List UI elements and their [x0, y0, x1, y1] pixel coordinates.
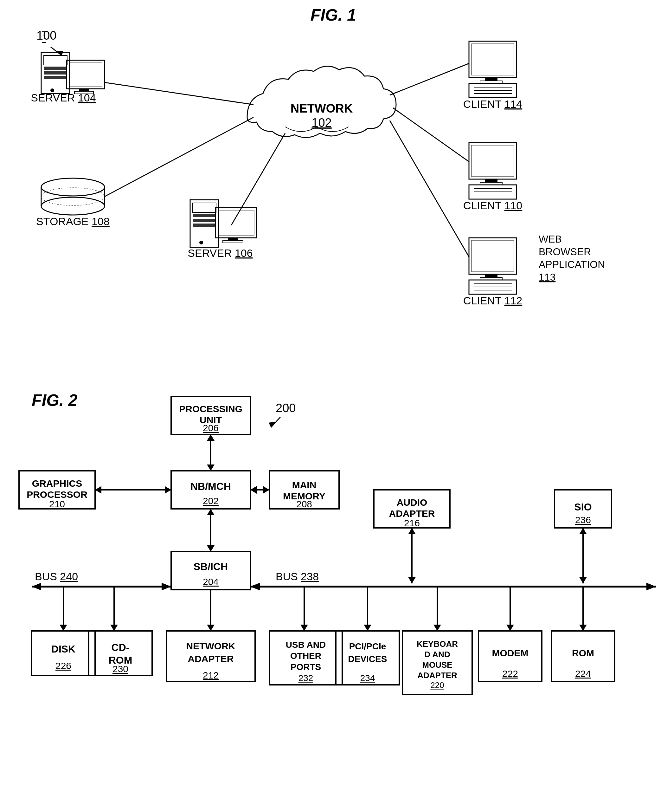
svg-marker-70 — [263, 486, 269, 494]
cd-rom-label: CD- — [111, 642, 129, 653]
pci-devices-label: PCI/PCIe — [349, 641, 386, 651]
svg-rect-9 — [66, 60, 105, 89]
svg-marker-93 — [60, 625, 67, 631]
network-ref: 102 — [312, 116, 332, 129]
svg-text:‾: ‾ — [41, 30, 46, 44]
svg-rect-7 — [44, 76, 67, 79]
storage108-label: STORAGE 108 — [36, 215, 110, 227]
server106: SERVER 106 — [187, 200, 257, 259]
svg-rect-26 — [228, 238, 238, 240]
modem-label: MODEM — [492, 648, 529, 658]
svg-point-14 — [41, 197, 105, 215]
svg-rect-6 — [44, 72, 67, 75]
storage108: STORAGE 108 — [36, 178, 110, 227]
main-memory-label: MAIN — [292, 480, 317, 490]
svg-rect-30 — [485, 78, 498, 81]
svg-rect-11 — [79, 89, 89, 92]
web-browser-label: WEB — [539, 233, 562, 245]
fig1-title: FIG. 1 — [310, 6, 356, 24]
svg-point-17 — [41, 188, 105, 205]
client112: CLIENT 112 WEB BROWSER APPLICATION 113 — [463, 233, 605, 306]
sio-label: SIO — [574, 501, 592, 513]
server104: SERVER 104 — [31, 52, 105, 104]
svg-marker-83 — [579, 577, 587, 583]
svg-rect-19 — [192, 203, 216, 213]
server104-label: SERVER 104 — [31, 92, 96, 104]
cd-rom-ref: 230 — [113, 664, 128, 674]
svg-marker-77 — [207, 545, 214, 552]
svg-marker-66 — [207, 464, 214, 471]
svg-point-13 — [41, 178, 105, 196]
svg-marker-74 — [165, 486, 171, 494]
main-memory-ref: 208 — [296, 499, 312, 509]
svg-marker-91 — [162, 583, 171, 591]
network102: NETWORK 102 — [247, 66, 396, 138]
audio-adapter-ref: 216 — [404, 518, 420, 528]
rom-label: ROM — [572, 648, 594, 658]
ref100-label: 100 — [37, 29, 56, 42]
client114-label: CLIENT 114 — [463, 98, 522, 110]
svg-line-58 — [390, 63, 469, 95]
svg-line-55 — [105, 82, 254, 105]
svg-marker-113 — [506, 625, 514, 631]
svg-marker-69 — [251, 486, 257, 494]
network-adapter-ref: 212 — [203, 670, 219, 681]
svg-rect-4 — [44, 55, 67, 65]
svg-marker-86 — [251, 583, 260, 591]
processing-unit-ref: 206 — [203, 423, 219, 433]
svg-text:PROCESSOR: PROCESSOR — [27, 489, 88, 500]
svg-marker-80 — [408, 577, 416, 583]
svg-rect-10 — [69, 63, 102, 86]
svg-marker-65 — [207, 434, 214, 441]
svg-marker-87 — [646, 583, 656, 591]
svg-text:ADAPTER: ADAPTER — [187, 654, 234, 664]
client112-label: CLIENT 112 — [463, 295, 522, 306]
graphics-processor-label: GRAPHICS — [32, 478, 82, 489]
sb-ich-ref: 204 — [203, 576, 219, 587]
svg-marker-115 — [579, 625, 587, 631]
svg-rect-5 — [44, 67, 67, 70]
usb-ports-label: USB AND — [286, 640, 326, 650]
svg-marker-108 — [433, 625, 441, 631]
svg-text:ADAPTER: ADAPTER — [389, 508, 435, 519]
svg-marker-84 — [579, 528, 587, 534]
svg-rect-29 — [471, 44, 514, 75]
svg-marker-73 — [95, 486, 101, 494]
network-label: NETWORK — [290, 102, 353, 115]
svg-rect-20 — [192, 214, 216, 217]
svg-marker-76 — [207, 509, 214, 515]
svg-marker-90 — [32, 583, 41, 591]
sb-ich-label: SB/ICH — [194, 561, 228, 572]
svg-text:DEVICES: DEVICES — [348, 654, 387, 664]
client110-label: CLIENT 110 — [463, 200, 522, 211]
svg-marker-101 — [300, 625, 308, 631]
keyboard-adapter-ref: 220 — [430, 681, 444, 690]
processing-unit-label: PROCESSING — [179, 404, 242, 414]
svg-rect-27 — [223, 240, 243, 243]
svg-marker-98 — [207, 625, 214, 631]
keyboard-adapter-label: KEYBOAR — [416, 639, 458, 649]
usb-ports-ref: 232 — [299, 673, 314, 683]
client114: CLIENT 114 — [463, 41, 522, 110]
network-adapter-label: NETWORK — [186, 641, 236, 651]
client110: CLIENT 110 — [463, 143, 522, 211]
svg-text:BROWSER: BROWSER — [539, 246, 591, 258]
fig2-title: FIG. 2 — [32, 391, 78, 409]
svg-text:ADAPTER: ADAPTER — [417, 671, 457, 680]
bus240-label: BUS 240 — [35, 571, 78, 582]
graphics-processor-ref: 210 — [49, 499, 65, 509]
svg-rect-21 — [192, 219, 216, 222]
svg-rect-38 — [485, 179, 498, 182]
svg-text:APPLICATION: APPLICATION — [539, 259, 605, 270]
audio-adapter-label: AUDIO — [397, 497, 428, 508]
ref200-label: 200 — [275, 401, 295, 415]
svg-text:D AND: D AND — [424, 650, 450, 659]
svg-marker-81 — [408, 528, 416, 534]
nb-mch-ref: 202 — [203, 496, 219, 506]
disk-ref: 226 — [55, 661, 71, 671]
svg-line-59 — [393, 108, 469, 162]
svg-text:113: 113 — [539, 271, 556, 283]
svg-marker-95 — [110, 625, 118, 631]
rom-ref: 224 — [575, 668, 591, 679]
sio-ref: 236 — [575, 514, 591, 525]
